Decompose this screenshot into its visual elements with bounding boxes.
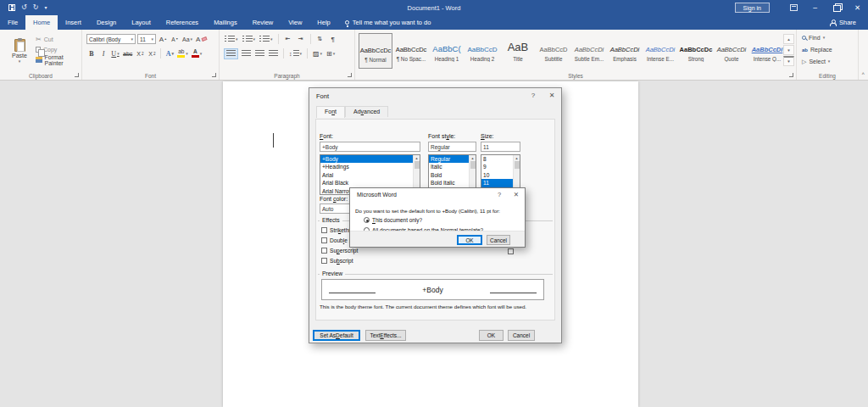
message-box-help-button[interactable]: ? — [491, 188, 508, 200]
tab-view[interactable]: View — [281, 15, 309, 30]
grow-font-button[interactable]: A▴ — [158, 34, 168, 45]
subscript-button[interactable]: X2 — [135, 48, 145, 59]
paragraph-dialog-launcher[interactable] — [348, 73, 352, 77]
tab-insert[interactable]: Insert — [58, 15, 89, 30]
style-no-spacing[interactable]: AaBbCcDc¶ No Spac... — [394, 33, 428, 69]
style-emphasis[interactable]: AaBbCcDiEmphasis — [608, 33, 642, 69]
tab-layout[interactable]: Layout — [124, 15, 159, 30]
replace-button[interactable]: abReplace — [802, 44, 832, 55]
shading-button[interactable]: ▨▾ — [312, 48, 323, 59]
style-subtitle[interactable]: AaBbCcDSubtitle — [537, 33, 570, 69]
font-name-combo[interactable]: Calibri (Body▾ — [86, 34, 136, 44]
font-style-field[interactable]: Regular — [428, 142, 476, 152]
clipboard-dialog-launcher[interactable] — [75, 73, 79, 77]
collapse-ribbon-button[interactable]: ˄ — [861, 71, 865, 76]
customize-qat-icon[interactable]: ▾ — [44, 4, 47, 11]
italic-button[interactable]: I — [98, 48, 108, 59]
redo-icon[interactable]: ↻ — [33, 4, 39, 11]
undo-icon[interactable]: ↺ — [21, 4, 27, 11]
styles-scroll-up-button[interactable]: ▲ — [783, 34, 794, 44]
styles-dialog-launcher[interactable] — [789, 73, 793, 77]
close-button[interactable]: ✕ — [847, 0, 868, 15]
change-case-button[interactable]: Aa▾ — [181, 34, 193, 45]
justify-button[interactable] — [268, 48, 279, 59]
borders-button[interactable]: ⊞▾ — [326, 48, 336, 59]
shrink-font-button[interactable]: A▾ — [170, 34, 180, 45]
tab-references[interactable]: References — [159, 15, 206, 30]
show-hide-pilcrow-button[interactable]: ¶ — [328, 34, 338, 45]
align-center-button[interactable] — [241, 48, 252, 59]
sign-in-button[interactable]: Sign in — [735, 3, 770, 13]
message-box-ok-button[interactable]: OK — [457, 235, 482, 245]
font-dialog-launcher[interactable] — [212, 73, 216, 77]
tab-review[interactable]: Review — [245, 15, 281, 30]
text-effects-button[interactable]: A▾ — [164, 48, 175, 59]
style-intense-quote[interactable]: AaBbCcDiIntense Q... — [750, 33, 784, 69]
sort-button[interactable]: ⇅ — [315, 34, 326, 45]
style-heading-1[interactable]: AaBbC(Heading 1 — [430, 33, 464, 69]
radio-this-document-only[interactable]: This document only? — [364, 217, 422, 223]
copy-button[interactable]: Copy — [36, 45, 81, 54]
paste-dropdown-arrow: ▾ — [19, 59, 21, 64]
tab-help[interactable]: Help — [309, 15, 337, 30]
clear-formatting-button[interactable]: A — [195, 34, 208, 45]
dialog-help-button[interactable]: ? — [524, 88, 542, 102]
font-name-field[interactable]: +Body — [320, 142, 420, 152]
subscript-checkbox[interactable]: Subscript — [321, 258, 353, 264]
align-right-button[interactable] — [254, 48, 265, 59]
share-button[interactable]: Share — [830, 15, 868, 30]
partially-hidden-checkbox[interactable] — [508, 248, 514, 254]
tab-design[interactable]: Design — [89, 15, 124, 30]
font-color-button[interactable]: A▾ — [191, 48, 203, 59]
styles-scroll-down-button[interactable]: ▼ — [783, 45, 794, 55]
minimize-button[interactable]: – — [804, 0, 826, 15]
numbering-button[interactable]: ▾ — [242, 34, 257, 45]
increase-indent-button[interactable]: ⇥ — [296, 34, 306, 45]
font-size-combo[interactable]: 11▾ — [137, 34, 156, 44]
strikethrough-button[interactable]: abc — [122, 48, 133, 59]
multilevel-list-button[interactable]: ▾ — [259, 34, 274, 45]
style-strong[interactable]: AaBbCcDcStrong — [679, 33, 713, 69]
underline-button[interactable]: U▾ — [110, 48, 120, 59]
superscript-button[interactable]: X2 — [147, 48, 157, 59]
font-list-item[interactable]: +Headings — [320, 163, 420, 170]
tab-file[interactable]: File — [0, 15, 25, 30]
style-intense-emphasis[interactable]: AaBbCcDiIntense E... — [643, 33, 677, 69]
restore-button[interactable] — [826, 0, 847, 15]
highlight-color-button[interactable]: ab▾ — [176, 48, 189, 59]
style-quote[interactable]: AaBbCcDiQuote — [715, 33, 748, 69]
line-spacing-button[interactable]: ↕▾ — [288, 48, 303, 59]
font-dialog-ok-button[interactable]: OK — [479, 330, 504, 341]
decrease-indent-button[interactable]: ⇤ — [283, 34, 293, 45]
message-box-close-button[interactable]: ✕ — [508, 188, 525, 200]
style-normal[interactable]: AaBbCcDc¶ Normal — [359, 33, 392, 69]
font-list-item[interactable]: Arial Black — [320, 179, 420, 187]
select-button[interactable]: ▷Select▾ — [802, 56, 832, 67]
cut-button[interactable]: ✂Cut — [36, 35, 81, 44]
dialog-close-button[interactable]: ✕ — [542, 88, 561, 102]
font-list-item[interactable]: +Body — [320, 155, 420, 163]
ribbon-display-options-button[interactable] — [783, 0, 804, 15]
bold-button[interactable]: B — [86, 48, 97, 59]
style-heading-2[interactable]: AaBbCcDHeading 2 — [465, 33, 499, 69]
find-button[interactable]: Find▾ — [802, 32, 832, 43]
styles-more-button[interactable]: ▼ — [783, 56, 794, 66]
save-icon[interactable] — [8, 4, 15, 11]
tab-home[interactable]: Home — [25, 15, 58, 30]
set-as-default-button[interactable]: Set As Default — [313, 330, 360, 341]
bullets-button[interactable]: ▾ — [224, 34, 239, 45]
style-subtle-emphasis[interactable]: AaBbCcDiSubtle Em... — [572, 33, 606, 69]
tab-font[interactable]: Font — [316, 106, 345, 118]
superscript-checkbox[interactable]: Superscript — [321, 248, 358, 254]
text-effects-button-dialog[interactable]: Text Effects... — [365, 330, 406, 341]
font-dialog-cancel-button[interactable]: Cancel — [508, 330, 535, 341]
font-list-item[interactable]: Arial — [320, 171, 420, 179]
tab-advanced[interactable]: Advanced — [345, 106, 388, 117]
align-left-button[interactable] — [224, 48, 238, 59]
style-title[interactable]: AaBTitle — [501, 33, 535, 69]
message-box-cancel-button[interactable]: Cancel — [487, 235, 510, 245]
tab-mailings[interactable]: Mailings — [206, 15, 245, 30]
paste-button[interactable]: Paste ▾ — [6, 33, 33, 70]
tell-me-box[interactable]: Tell me what you want to do — [338, 15, 438, 30]
size-field[interactable]: 11 — [481, 142, 520, 152]
